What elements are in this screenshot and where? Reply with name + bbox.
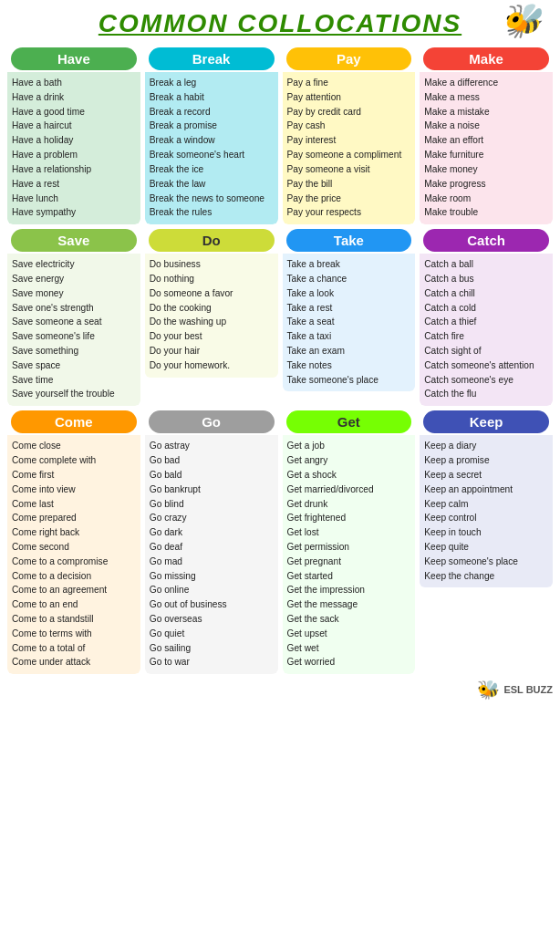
have-body: Have a bathHave a drinkHave a good timeH… xyxy=(7,72,140,224)
section-go: Go Go astrayGo badGo baldGo bankruptGo b… xyxy=(145,410,278,674)
list-item: Save one's strength xyxy=(12,301,136,316)
list-item: Come first xyxy=(12,468,136,483)
list-item: Catch the flu xyxy=(424,387,548,401)
take-body: Take a breakTake a chanceTake a lookTake… xyxy=(283,254,416,391)
break-body: Break a legBreak a habitBreak a recordBr… xyxy=(145,72,278,224)
list-item: Go bankrupt xyxy=(150,483,274,497)
break-header: Break xyxy=(149,47,275,70)
list-item: Make a mess xyxy=(424,90,548,105)
get-body: Get a jobGet angryGet a shockGet married… xyxy=(283,435,416,674)
list-item: Keep an appointment xyxy=(424,483,548,497)
list-item: Save something xyxy=(12,344,136,358)
list-item: Do your hair xyxy=(150,344,274,358)
section-get: Get Get a jobGet angryGet a shockGet mar… xyxy=(283,410,416,674)
list-item: Catch someone's attention xyxy=(424,358,548,373)
list-item: Come to terms with xyxy=(12,627,136,641)
list-item: Break a record xyxy=(150,105,274,119)
list-item: Keep control xyxy=(424,511,548,525)
list-item: Make trouble xyxy=(424,205,548,220)
catch-body: Catch a ballCatch a busCatch a chillCatc… xyxy=(420,254,553,406)
go-header: Go xyxy=(149,410,275,433)
list-item: Take notes xyxy=(287,358,411,373)
bee-icon: 🐝 xyxy=(501,2,544,40)
list-item: Have a bath xyxy=(12,76,136,90)
section-pay: Pay Pay a finePay attentionPay by credit… xyxy=(283,47,416,224)
list-item: Come complete with xyxy=(12,453,136,468)
list-item: Have a holiday xyxy=(12,133,136,148)
list-item: Come last xyxy=(12,497,136,512)
make-body: Make a differenceMake a messMake a mista… xyxy=(420,72,553,224)
list-item: Come to a compromise xyxy=(12,555,136,569)
list-item: Go missing xyxy=(150,569,274,584)
list-item: Catch someone's eye xyxy=(424,373,548,388)
list-item: Save time xyxy=(12,373,136,388)
list-item: Come prepared xyxy=(12,511,136,525)
page: COMMON COLLOCATIONS 🐝 Have Have a bathHa… xyxy=(0,0,560,715)
list-item: Do someone a favor xyxy=(150,286,274,301)
list-item: Take a look xyxy=(287,286,411,301)
list-item: Pay your respects xyxy=(287,205,411,220)
list-item: Take a rest xyxy=(287,301,411,316)
list-item: Come to a standstill xyxy=(12,612,136,627)
come-header: Come xyxy=(11,410,137,433)
list-item: Go quiet xyxy=(150,627,274,641)
list-item: Have a relationship xyxy=(12,162,136,177)
list-item: Have a haircut xyxy=(12,119,136,133)
list-item: Do your homework. xyxy=(150,358,274,373)
list-item: Catch a bus xyxy=(424,272,548,286)
footer: 🐝 ESL BUZZ xyxy=(7,679,553,700)
list-item: Come under attack xyxy=(12,655,136,669)
list-item: Take a taxi xyxy=(287,329,411,344)
list-item: Save electricity xyxy=(12,257,136,272)
list-item: Break a promise xyxy=(150,119,274,133)
list-item: Come into view xyxy=(12,483,136,497)
list-item: Go astray xyxy=(150,439,274,453)
section-take: Take Take a breakTake a chanceTake a loo… xyxy=(283,229,416,406)
section-keep: Keep Keep a diaryKeep a promiseKeep a se… xyxy=(420,410,553,674)
get-header: Get xyxy=(286,410,412,433)
list-item: Take a break xyxy=(287,257,411,272)
list-item: Get a job xyxy=(287,439,411,453)
list-item: Go deaf xyxy=(150,540,274,555)
list-item: Take a chance xyxy=(287,272,411,286)
footer-text: ESL BUZZ xyxy=(503,684,553,695)
section-come: Come Come closeCome complete withCome fi… xyxy=(7,410,140,674)
list-item: Break the news to someone xyxy=(150,192,274,206)
list-item: Come to a decision xyxy=(12,569,136,584)
pay-body: Pay a finePay attentionPay by credit car… xyxy=(283,72,416,224)
list-item: Go bald xyxy=(150,468,274,483)
list-item: Pay cash xyxy=(287,119,411,133)
list-item: Go dark xyxy=(150,525,274,540)
list-item: Get married/divorced xyxy=(287,483,411,497)
section-do: Do Do businessDo nothingDo someone a fav… xyxy=(145,229,278,406)
list-item: Have a rest xyxy=(12,177,136,192)
keep-body: Keep a diaryKeep a promiseKeep a secretK… xyxy=(420,435,553,587)
list-item: Come to an end xyxy=(12,597,136,612)
list-item: Do business xyxy=(150,257,274,272)
list-item: Take an exam xyxy=(287,344,411,358)
list-item: Keep in touch xyxy=(424,525,548,540)
list-item: Catch fire xyxy=(424,329,548,344)
list-item: Keep someone's place xyxy=(424,555,548,569)
list-item: Get the impression xyxy=(287,583,411,597)
list-item: Break the rules xyxy=(150,205,274,220)
list-item: Catch a ball xyxy=(424,257,548,272)
list-item: Keep the change xyxy=(424,569,548,584)
list-item: Make money xyxy=(424,162,548,177)
footer-bee-icon: 🐝 xyxy=(477,679,500,700)
list-item: Go sailing xyxy=(150,641,274,656)
list-item: Go out of business xyxy=(150,597,274,612)
list-item: Get drunk xyxy=(287,497,411,512)
list-item: Come right back xyxy=(12,525,136,540)
list-item: Pay by credit card xyxy=(287,105,411,119)
list-item: Save yourself the trouble xyxy=(12,387,136,401)
list-item: Keep calm xyxy=(424,497,548,512)
list-item: Keep quite xyxy=(424,540,548,555)
list-item: Go to war xyxy=(150,655,274,669)
list-item: Get worried xyxy=(287,655,411,669)
do-header: Do xyxy=(149,229,275,252)
list-item: Save someone's life xyxy=(12,329,136,344)
list-item: Break a window xyxy=(150,133,274,148)
list-item: Come to a total of xyxy=(12,641,136,656)
list-item: Do the cooking xyxy=(150,301,274,316)
